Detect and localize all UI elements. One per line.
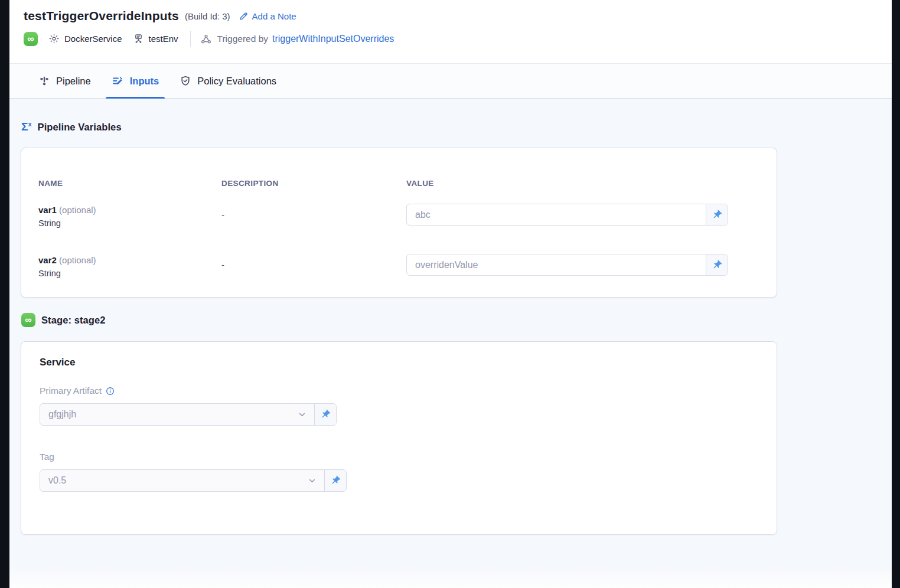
tab-inputs[interactable]: Inputs	[106, 64, 165, 98]
tab-pipeline[interactable]: Pipeline	[32, 64, 97, 98]
title-row: testTriggerOverrideInputs (Build Id: 3) …	[24, 9, 878, 23]
primary-artifact-value: gfgjhjh	[40, 404, 298, 425]
variable-type: String	[38, 267, 221, 280]
sigma-variables-icon: Σx	[21, 121, 32, 132]
variable-optional-label: (optional)	[59, 205, 96, 215]
add-note-label: Add a Note	[252, 11, 296, 21]
variable-description: -	[221, 254, 406, 304]
tag-label: Tag	[40, 452, 54, 462]
column-header-name: NAME	[38, 179, 221, 204]
environment-name: testEnv	[149, 34, 178, 44]
column-header-description: DESCRIPTION	[221, 179, 406, 204]
pipeline-variables-section-header: Σx Pipeline Variables	[21, 120, 892, 134]
variable-description: -	[221, 204, 406, 254]
variable-name-cell: var1 (optional) String	[38, 204, 221, 254]
service-name: DockerService	[64, 34, 122, 44]
variables-table: NAME DESCRIPTION VALUE var1 (optional) S…	[38, 179, 759, 304]
meta-row: ∞ DockerService testEnv	[24, 31, 878, 47]
variable-name: var2	[38, 255, 57, 265]
pencil-icon	[239, 11, 249, 21]
service-card-title: Service	[40, 357, 758, 368]
variable-value-input[interactable]: abc	[406, 204, 728, 226]
variable-value-cell: overridenValue	[406, 254, 759, 304]
pin-button[interactable]	[706, 204, 728, 225]
variable-value-text: abc	[407, 204, 706, 225]
build-id: (Build Id: 3)	[185, 11, 230, 21]
column-header-value: VALUE	[406, 179, 759, 204]
tab-bar: Pipeline Inputs Policy Evaluations	[9, 63, 892, 99]
section-title: Pipeline Variables	[38, 122, 122, 133]
primary-artifact-label-row: Primary Artifact	[40, 386, 758, 396]
variable-type: String	[38, 217, 221, 230]
inputs-tab-content: Σx Pipeline Variables NAME DESCRIPTION V…	[9, 99, 892, 535]
infinity-glyph: ∞	[27, 34, 34, 44]
chevron-down-icon	[298, 404, 306, 425]
webhook-trigger-icon	[200, 33, 212, 45]
add-note-button[interactable]: Add a Note	[239, 11, 296, 21]
pin-button[interactable]	[706, 254, 728, 275]
tab-pipeline-label: Pipeline	[56, 76, 91, 87]
inputs-edit-icon	[112, 75, 124, 87]
tag-label-row: Tag	[40, 452, 758, 462]
page-title: testTriggerOverrideInputs	[24, 9, 179, 23]
info-icon	[106, 387, 115, 396]
pin-button[interactable]	[324, 470, 346, 491]
tab-inputs-label: Inputs	[130, 76, 159, 87]
gear-icon	[48, 33, 60, 44]
tag-select[interactable]: v0.5	[40, 469, 347, 492]
variable-optional-label: (optional)	[59, 255, 96, 265]
trigger-link[interactable]: triggerWithInputSetOverrides	[272, 34, 394, 44]
cd-module-icon: ∞	[24, 32, 38, 46]
variable-value-cell: abc	[406, 204, 759, 254]
variable-value-input[interactable]: overridenValue	[406, 254, 728, 276]
tab-policy-evaluations[interactable]: Policy Evaluations	[174, 64, 282, 98]
shield-check-icon	[180, 75, 191, 87]
variable-name: var1	[38, 205, 57, 215]
service-card: Service Primary Artifact gfgjhjh	[21, 341, 777, 535]
triggered-by-label: Triggered by	[217, 34, 268, 44]
vertical-divider	[190, 31, 191, 47]
primary-artifact-select[interactable]: gfgjhjh	[40, 403, 337, 426]
variable-value-text: overridenValue	[407, 254, 706, 275]
primary-artifact-label: Primary Artifact	[40, 386, 102, 396]
tab-policy-evaluations-label: Policy Evaluations	[197, 76, 276, 87]
stage-title: Stage: stage2	[41, 315, 106, 326]
variable-name-cell: var2 (optional) String	[38, 254, 221, 304]
environment-icon	[133, 33, 144, 44]
pipeline-icon	[38, 75, 50, 87]
execution-page: testTriggerOverrideInputs (Build Id: 3) …	[9, 0, 892, 588]
stage-section-header: ∞ Stage: stage2	[21, 313, 892, 327]
chevron-down-icon	[308, 470, 317, 491]
tag-value: v0.5	[40, 470, 308, 491]
cd-stage-icon: ∞	[21, 313, 35, 327]
infinity-glyph: ∞	[25, 315, 31, 325]
page-header: testTriggerOverrideInputs (Build Id: 3) …	[9, 0, 892, 63]
pin-button[interactable]	[314, 404, 336, 425]
pipeline-variables-card: NAME DESCRIPTION VALUE var1 (optional) S…	[21, 148, 777, 298]
